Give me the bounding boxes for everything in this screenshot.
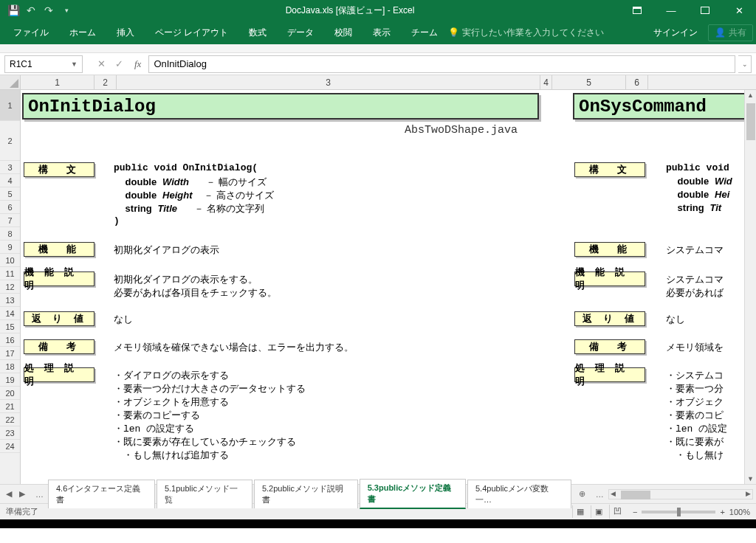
cancel-icon[interactable]: ✕ [93,56,109,72]
fx-icon[interactable]: fx [134,58,141,70]
cell-text: double Height － 高さのサイズ [114,189,274,202]
col-header[interactable]: 1 [21,75,94,89]
row-header[interactable]: 9 [0,241,20,254]
row-header[interactable]: 20 [0,387,20,400]
row-header[interactable]: 14 [0,307,20,320]
save-icon[interactable]: 💾 [4,1,22,19]
cell-text: ・オブジェク [666,395,724,409]
tab-team[interactable]: チーム [401,21,448,44]
tab-review[interactable]: 校閲 [324,21,362,44]
row-header[interactable]: 10 [0,254,20,267]
tab-insert[interactable]: 挿入 [106,21,145,44]
signin-button[interactable]: サインイン [643,27,708,39]
formula-expand-icon[interactable]: ⌄ [738,55,752,73]
row-header[interactable]: 3 [0,161,20,174]
label-remarks: 備 考 [24,339,94,354]
taskbar-edge [0,519,756,528]
tab-formula[interactable]: 数式 [238,21,277,44]
tab-home[interactable]: ホーム [59,21,106,44]
tab-prev-icon[interactable]: ◀ [3,489,15,499]
zoom-slider[interactable] [642,511,715,513]
col-header[interactable]: 3 [117,75,540,89]
chevron-down-icon[interactable]: ▼ [71,60,78,68]
maximize-button[interactable] [688,0,722,21]
tell-me-label: 実行したい作業を入力してください [462,27,604,39]
share-button[interactable]: 👤共有 [708,24,753,41]
vertical-scrollbar[interactable] [744,90,756,484]
scroll-thumb[interactable] [746,103,755,140]
share-label: 共有 [729,27,746,39]
enter-icon[interactable]: ✓ [111,56,127,72]
add-sheet-icon[interactable]: ⊕ [573,489,591,499]
horizontal-scrollbar[interactable] [608,489,753,499]
cell-text: ・ダイアログの表示をする [114,369,229,382]
formula-input[interactable]: OnInitDialog [148,55,735,73]
scroll-thumb[interactable] [621,491,650,499]
close-button[interactable]: ✕ [722,0,756,21]
label-function-desc-r: 機 能 説 明 [574,272,645,286]
tab-nav: ◀ ▶ [0,489,31,499]
tab-overflow-icon[interactable]: … [31,490,48,499]
tab-data[interactable]: データ [277,21,324,44]
row-header[interactable]: 8 [0,227,20,241]
row-header[interactable]: 7 [0,214,20,227]
undo-icon[interactable]: ↶ [22,1,40,19]
zoom-out-icon[interactable]: − [633,508,637,516]
view-pagebreak-icon[interactable]: 凹 [609,505,625,519]
col-header[interactable]: 6 [626,75,648,89]
cell-text: メモリ領域を [666,341,724,354]
source-filename: AbsTwoDShape.java [405,124,518,136]
row-header[interactable]: 13 [0,294,20,307]
cell-text: ・既に要素が [666,435,724,449]
row-header[interactable]: 24 [0,440,20,453]
view-pagelayout-icon[interactable]: ▣ [591,505,607,518]
row-header[interactable]: 2 [0,121,20,161]
name-box[interactable]: R1C1▼ [4,55,83,73]
tab-file[interactable]: ファイル [3,21,59,44]
row-header[interactable]: 23 [0,426,20,440]
col-header[interactable]: 5 [552,75,626,89]
ribbon-spacer [0,44,756,53]
tab-overflow-icon[interactable]: … [591,490,608,499]
cell-text: 必要があれば各項目をチェックする。 [114,286,277,300]
ribbon-options-icon[interactable] [620,0,654,21]
row-header[interactable]: 18 [0,360,20,373]
cell-text: ・要素一つ分だけ大きさのデータセットする [114,382,306,395]
row-header[interactable]: 11 [0,267,20,280]
name-box-value: R1C1 [10,59,32,69]
tab-view[interactable]: 表示 [362,21,401,44]
qat-dropdown-icon[interactable]: ▾ [58,1,75,19]
row-header[interactable]: 5 [0,187,20,201]
cell-text: ・要素のコピ [666,409,724,422]
row-header[interactable]: 15 [0,320,20,333]
view-normal-icon[interactable]: ▦ [572,505,588,518]
row-header[interactable]: 12 [0,280,20,294]
zoom-in-icon[interactable]: + [720,508,724,516]
row-header[interactable]: 19 [0,373,20,387]
window-controls: — ✕ [620,0,756,21]
row-header[interactable]: 1 [0,90,20,121]
col-header[interactable]: 2 [94,75,117,89]
minimize-button[interactable]: — [654,0,688,21]
tab-next-icon[interactable]: ▶ [16,489,28,499]
cell-text: なし [666,313,685,326]
cell-text: ・もし無ければ追加する [114,449,229,462]
cells-area[interactable]: OnInitDialog OnSysCommand AbsTwoDShape.j… [21,90,756,484]
row-header[interactable]: 22 [0,413,20,426]
tell-me[interactable]: 💡実行したい作業を入力してください [448,27,604,39]
tab-layout[interactable]: ページ レイアウト [145,21,238,44]
window-title: DocJava.xls [保護ビュー] - Excel [80,4,620,17]
zoom-level[interactable]: 100% [729,508,750,516]
cell-text: public void [666,162,729,173]
col-header[interactable]: 4 [540,75,552,89]
redo-icon[interactable]: ↷ [40,1,58,19]
row-header[interactable]: 17 [0,347,20,360]
ribbon-tabs: ファイル ホーム 挿入 ページ レイアウト 数式 データ 校閲 表示 チーム 💡… [0,21,756,44]
row-header[interactable]: 21 [0,400,20,413]
row-header[interactable]: 4 [0,174,20,187]
label-remarks-r: 備 考 [574,339,645,354]
row-header[interactable]: 16 [0,333,20,347]
method-title-right: OnSysCommand [573,93,756,120]
row-header[interactable]: 6 [0,201,20,214]
select-all-corner[interactable] [0,75,21,89]
